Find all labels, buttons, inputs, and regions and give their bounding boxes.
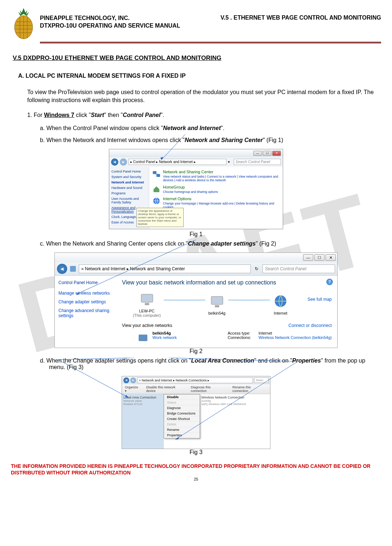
fig2-titlebar: — ☐ ✕: [55, 253, 337, 262]
fig2-window: — ☐ ✕ ◄ « Network and Internet ▸ Network…: [54, 252, 338, 348]
menu-diagnose[interactable]: Diagnose: [164, 405, 200, 411]
category-network-sharing[interactable]: Network and Sharing Center View network …: [152, 170, 280, 182]
svg-rect-15: [139, 335, 147, 341]
breadcrumb-path[interactable]: « Network and Internet ▸ Network Connect…: [137, 377, 253, 383]
close-button[interactable]: ✕: [326, 254, 336, 261]
search-input[interactable]: Searc: [254, 377, 269, 383]
globe-icon: [273, 294, 288, 309]
connect-disconnect-link[interactable]: Connect or disconnect: [289, 323, 332, 328]
menu-bridge[interactable]: Bridge Connections: [164, 411, 200, 416]
page-number: 25: [11, 477, 381, 481]
toolbar-organize[interactable]: Organize ▾: [125, 385, 141, 393]
breadcrumb-path[interactable]: ▸ Control Panel ▸ Network and Internet ▸: [128, 159, 226, 165]
network-type-link[interactable]: Work network: [152, 335, 177, 340]
menu-shortcut[interactable]: Create Shortcut: [164, 416, 200, 422]
fig3-toolbar: Organize ▾ Disable this network device D…: [122, 384, 270, 394]
toolbar-diagnose[interactable]: Diagnose this connection: [191, 385, 227, 393]
page-header: PINEAPPLE TECHNOLOGY, INC. DTXPRO-10U OP…: [11, 7, 381, 40]
connection-link[interactable]: Wireless Network Connection (belkin54g): [258, 335, 332, 340]
svg-rect-3: [153, 171, 156, 174]
sidebar-item[interactable]: Programs: [111, 191, 147, 195]
tooltip: Change the appearance of desktop items, …: [136, 208, 184, 227]
fig2-main: View your basic network information and …: [117, 276, 337, 348]
menu-rename[interactable]: Rename: [164, 427, 200, 433]
refresh-icon[interactable]: ↻: [253, 266, 260, 271]
subsection-a-title: A. LOCAL PC INTERNAL MODEM SETTINGS FOR …: [11, 73, 381, 79]
fig1-breadcrumb-bar: ◄ ► ▸ Control Panel ▸ Network and Intern…: [109, 157, 283, 167]
fig2-caption: Fig 2: [54, 348, 338, 355]
sidebar-home[interactable]: Control Panel Home: [111, 170, 147, 173]
chapter-title: V.5 . ETHERNET WEB PAGE CONTROL AND MONI…: [221, 15, 381, 30]
local-area-connection[interactable]: Local Area Connection Network cable Real…: [122, 394, 164, 449]
maximize-button[interactable]: ☐: [314, 254, 324, 261]
sidebar-item[interactable]: User Accounts and Family Safety: [111, 197, 147, 204]
fig1-caption: Fig 1: [109, 231, 283, 238]
help-icon[interactable]: ?: [326, 279, 333, 285]
homegroup-icon: [152, 185, 161, 194]
active-networks-label: View your active networks: [122, 323, 172, 328]
svg-rect-13: [215, 305, 219, 307]
pineapple-logo: [11, 7, 36, 40]
fig3-breadcrumb-bar: ◄ ► « Network and Internet ▸ Network Con…: [122, 376, 270, 384]
network-icon: [136, 331, 150, 344]
svg-rect-10: [141, 294, 153, 302]
toolbar-rename[interactable]: Rename this connection: [232, 385, 267, 393]
sidebar-item-active[interactable]: Network and Internet: [111, 181, 147, 184]
node-router: belkin54g: [208, 294, 225, 315]
sidebar-link-sharing[interactable]: Change advanced sharing settings: [58, 308, 113, 318]
sidebar-link-wireless[interactable]: Manage wireless networks: [58, 291, 113, 296]
sidebar-item[interactable]: Hardware and Sound: [111, 186, 147, 190]
minimize-button[interactable]: —: [303, 254, 313, 261]
breadcrumb-path[interactable]: « Network and Internet ▸ Network and Sha…: [79, 264, 251, 273]
internet-options-icon: [152, 197, 161, 205]
sidebar-link-adapter[interactable]: Change adapter settings: [58, 299, 113, 304]
step-1b: b. When the Network and Internet windows…: [11, 137, 381, 143]
close-button[interactable]: ✕: [272, 151, 281, 156]
svg-rect-4: [156, 174, 160, 177]
fig2-breadcrumb-bar: ◄ « Network and Internet ▸ Network and S…: [55, 262, 337, 276]
header-divider: [40, 42, 381, 44]
menu-disable[interactable]: Disable: [164, 395, 200, 400]
search-input[interactable]: Search Control Panel: [262, 264, 335, 273]
computer-icon: [139, 291, 155, 307]
menu-properties[interactable]: Properties: [164, 433, 200, 438]
back-button[interactable]: ◄: [111, 158, 118, 166]
main-heading: View your basic network information and …: [122, 279, 332, 286]
proprietary-notice: THE INFORMATION PROVIDED HEREIN IS PINEA…: [11, 463, 381, 476]
company-name: PINEAPPLE TECHNOLOGY, INC.: [40, 15, 180, 22]
toolbar-disable[interactable]: Disable this network device: [146, 385, 185, 393]
svg-rect-9: [70, 266, 76, 272]
context-menu: Disable Status Diagnose Bridge Connectio…: [164, 394, 200, 438]
fig3-caption: Fig 3: [122, 449, 270, 456]
fig2-sidebar: Control Panel Home Manage wireless netwo…: [55, 276, 117, 348]
category-internet-options[interactable]: Internet Options Change your homepage | …: [152, 197, 280, 209]
menu-status: Status: [164, 400, 200, 405]
search-input[interactable]: Search Control Panel: [234, 159, 281, 165]
wireless-connection[interactable]: Wireless Network Connection Jos54g el(R)…: [200, 394, 270, 449]
svg-rect-11: [145, 303, 149, 305]
back-button[interactable]: ◄: [123, 377, 129, 383]
fig3-window: ◄ ► « Network and Internet ▸ Network Con…: [122, 376, 270, 449]
step-1c: c. When the Network and Sharing Center o…: [11, 240, 381, 247]
maximize-button[interactable]: ☐: [263, 151, 271, 156]
control-panel-icon: [69, 265, 77, 272]
router-icon: [209, 294, 225, 309]
back-button[interactable]: ◄: [57, 264, 67, 274]
svg-rect-12: [211, 296, 223, 304]
fig1-titlebar: — ☐ ✕: [109, 149, 283, 157]
forward-button[interactable]: ►: [130, 377, 136, 383]
minimize-button[interactable]: —: [253, 151, 262, 156]
forward-button[interactable]: ►: [120, 158, 127, 166]
intro-paragraph: To view the ProTelevision web page used …: [11, 88, 381, 105]
network-map: LEW-PC (This computer) belkin54g: [133, 291, 288, 318]
menu-delete: Delete: [164, 422, 200, 427]
network-sharing-icon: [152, 170, 161, 178]
fig1-window: — ☐ ✕ ◄ ► ▸ Control Panel ▸ Network and …: [109, 149, 283, 229]
sidebar-item[interactable]: System and Security: [111, 175, 147, 179]
step-1: 1. For Windows 7 click "Start" then "Con…: [11, 112, 381, 118]
sidebar-home[interactable]: Control Panel Home: [58, 280, 113, 285]
see-full-map-link[interactable]: See full map: [299, 291, 332, 302]
node-internet: Internet: [273, 294, 288, 315]
category-homegroup[interactable]: HomeGroup Choose homegroup and sharing o…: [152, 185, 280, 194]
step-1a: a. When the Control Panel window opens c…: [11, 125, 381, 132]
